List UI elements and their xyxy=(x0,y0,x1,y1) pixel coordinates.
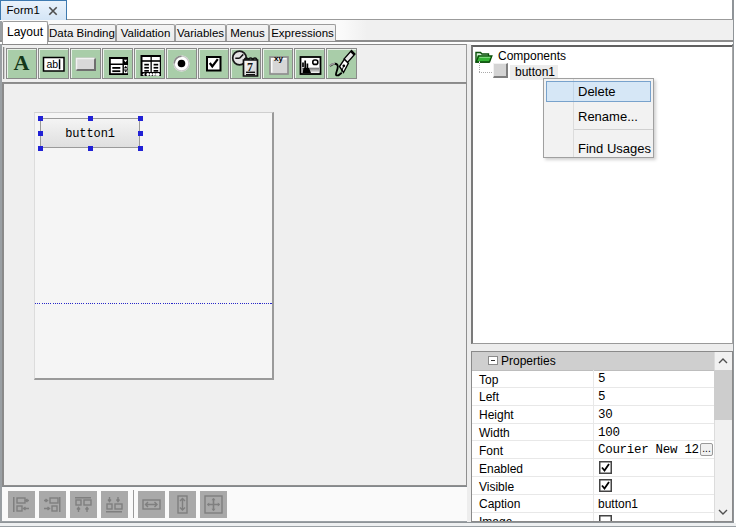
svg-text:ab: ab xyxy=(47,57,59,69)
svg-text:xy: xy xyxy=(274,53,283,62)
svg-text:7: 7 xyxy=(247,59,253,73)
